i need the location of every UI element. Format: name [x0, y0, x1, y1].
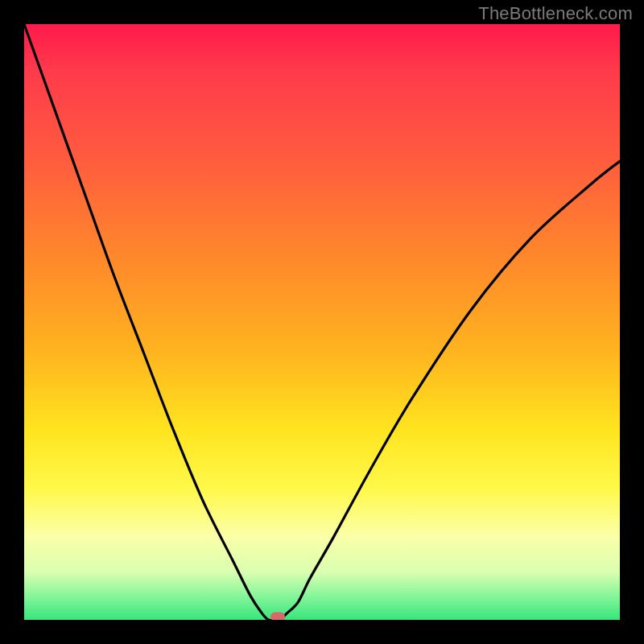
- watermark-text: TheBottleneck.com: [478, 3, 633, 24]
- plot-area: [24, 24, 620, 620]
- chart-frame: TheBottleneck.com: [0, 0, 644, 644]
- bottleneck-curve: [24, 24, 620, 620]
- minimum-marker: [270, 613, 285, 620]
